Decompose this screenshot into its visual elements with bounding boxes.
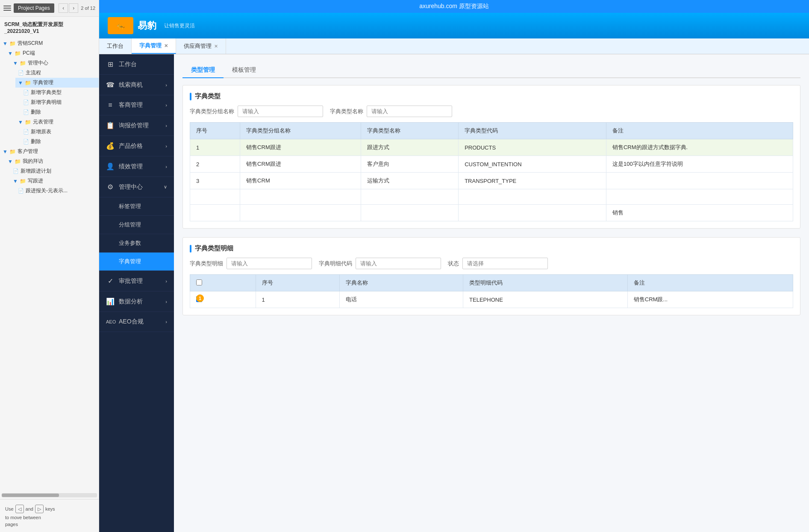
- cell-check[interactable]: 1: [190, 291, 256, 308]
- tab-supplier-manage[interactable]: 供应商管理 ✕: [176, 38, 226, 54]
- tab-type-manage[interactable]: 类型管理: [182, 63, 224, 78]
- cell-seq: 2: [190, 156, 240, 173]
- nav-aeo[interactable]: AEO AEO合规 ›: [99, 312, 174, 332]
- detail-code-input[interactable]: [356, 258, 441, 269]
- tab-supplier-close[interactable]: ✕: [214, 44, 218, 49]
- banner-text: axurehub.com 原型资源站: [419, 3, 489, 9]
- tree-node-label: PC端: [23, 50, 35, 57]
- tab-template-manage[interactable]: 模板管理: [224, 63, 265, 78]
- folder-blue-icon: 📁: [20, 178, 26, 184]
- nav-dict-manage-item[interactable]: 字典管理: [99, 253, 174, 271]
- logo-area: 🐆 易豹 让销售更灵活: [108, 17, 195, 34]
- tree-node-delete-1[interactable]: 📄 删除: [21, 107, 99, 117]
- page-icon: 📄: [23, 90, 29, 95]
- page-icon: 📄: [13, 168, 19, 174]
- tree-node-write-follow[interactable]: ▼ 📁 写跟进: [10, 176, 99, 186]
- brand-slogan: 让销售更灵活: [164, 22, 195, 29]
- nav-inquiry[interactable]: 📋 询报价管理 ›: [99, 115, 174, 136]
- tree-node-meta-manage[interactable]: ▼ 📁 元表管理: [15, 117, 99, 127]
- tree-node-delete-2[interactable]: 📄 删除: [21, 137, 99, 147]
- nav-customer[interactable]: ≡ 客商管理 ›: [99, 95, 174, 115]
- tree-node-follow-report[interactable]: 📄 跟进报关-元表示...: [15, 186, 99, 196]
- horizontal-scrollbar[interactable]: [2, 493, 97, 497]
- tree-node-admin-center[interactable]: ▼ 📁 管理中心: [10, 58, 99, 68]
- tab-bar: 工作台 字典管理 ✕ 供应商管理 ✕: [99, 38, 809, 54]
- tab-dict-manage[interactable]: 字典管理 ✕: [132, 38, 176, 54]
- inquiry-arrow-icon: ›: [165, 123, 167, 128]
- folder-icon: ▼: [13, 60, 18, 66]
- tree-node-new-dict-type[interactable]: 📄 新增字典类型: [21, 88, 99, 97]
- folder-blue-icon: 📁: [9, 149, 16, 155]
- menu-icon[interactable]: [3, 4, 11, 12]
- performance-icon: 👤: [106, 162, 115, 170]
- cell-name: [361, 189, 459, 205]
- tree-node-marketing-scrm[interactable]: ▼ 📁 营销SCRM: [0, 38, 99, 48]
- cell-group: 销售CRM跟进: [240, 156, 361, 173]
- group-name-label: 字典类型分组名称: [190, 108, 234, 115]
- folder-icon: ▼: [13, 178, 18, 184]
- inquiry-icon: 📋: [106, 121, 115, 129]
- tree-node-label: 跟进报关-元表示...: [26, 187, 68, 194]
- tree-node-new-plan[interactable]: 📄 新增跟进计划: [10, 166, 99, 176]
- nav-group-manage[interactable]: 分组管理: [99, 216, 174, 234]
- tab-workspace[interactable]: 工作台: [99, 38, 132, 54]
- nav-data-analysis[interactable]: 📊 数据分析 ›: [99, 291, 174, 312]
- table-row[interactable]: 1 销售CRM跟进 跟进方式 PRODUCTS 销售CRM的跟进方式数据字典.: [190, 139, 793, 156]
- page-icon: 📄: [23, 139, 29, 144]
- nav-tag-manage[interactable]: 标签管理: [99, 197, 174, 216]
- table-row[interactable]: 2 销售CRM跟进 客户意向 CUSTOM_INTENTION 这是100字以内…: [190, 156, 793, 173]
- tree-node-dict-manage[interactable]: ▼ 📁 字典管理: [15, 78, 99, 88]
- next-page-button[interactable]: ›: [69, 3, 78, 13]
- tree-node-new-dict-detail[interactable]: 📄 新增字典明细: [21, 97, 99, 107]
- customer-arrow-icon: ›: [165, 103, 167, 108]
- col-remark: 备注: [627, 275, 793, 291]
- tree-node-my-visit[interactable]: ▼ 📁 我的拜访: [5, 156, 99, 166]
- tab-dict-label: 字典管理: [139, 42, 162, 50]
- prev-page-button[interactable]: ‹: [59, 3, 68, 13]
- tab-dict-close[interactable]: ✕: [164, 43, 168, 49]
- tree-node-customer-manage[interactable]: ▼ 📁 客户管理: [0, 147, 99, 156]
- nav-admin-center[interactable]: ⚙ 管理中心 ∨: [99, 177, 174, 197]
- folder-blue-icon: 📁: [15, 159, 21, 165]
- cell-name: 运输方式: [361, 173, 459, 189]
- nav-workspace[interactable]: ⊞ 工作台: [99, 54, 174, 75]
- cell-seq: 1: [190, 139, 240, 156]
- project-pages-button[interactable]: Project Pages: [14, 3, 54, 13]
- type-name-search: 字典类型名称: [330, 106, 452, 117]
- aeo-icon: AEO: [106, 319, 115, 324]
- type-name-label: 字典类型名称: [330, 108, 363, 115]
- admin-icon: ⚙: [106, 183, 115, 191]
- page-content: 类型管理 模板管理 字典类型 字典类型分组名称: [174, 54, 809, 532]
- tree-node-label: 新增字典类型: [31, 89, 62, 96]
- top-banner: axurehub.com 原型资源站: [99, 0, 809, 13]
- table-row[interactable]: [190, 189, 793, 205]
- group-name-input[interactable]: [238, 106, 323, 117]
- folder-blue-icon: 📁: [20, 60, 26, 66]
- nav-data-label: 数据分析: [119, 298, 143, 306]
- nav-product-price[interactable]: 💰 产品价格 ›: [99, 136, 174, 156]
- nav-inquiry-left: 📋 询报价管理: [106, 121, 149, 129]
- type-name-input[interactable]: [367, 106, 452, 117]
- table-row[interactable]: 1 1 电话 TELEPHONE 销售CRM跟...: [190, 291, 793, 308]
- nav-approval-left: ✓ 审批管理: [106, 277, 143, 285]
- type-table: 序号 字典类型分组名称 字典类型名称 字典类型代码 备注 1 销售CRM跟进 跟…: [190, 122, 793, 221]
- nav-workspace-left: ⊞ 工作台: [106, 60, 137, 68]
- detail-code-search: 字典明细代码: [319, 258, 441, 269]
- detail-status-input[interactable]: [462, 258, 548, 269]
- nav-approval[interactable]: ✓ 审批管理 ›: [99, 271, 174, 291]
- tree-node-new-meta[interactable]: 📄 新增原表: [21, 127, 99, 137]
- detail-name-input[interactable]: [227, 258, 312, 269]
- table-row[interactable]: 3 销售CRM 运输方式 TRANSPORT_TYPE: [190, 173, 793, 189]
- table-row[interactable]: 销售: [190, 205, 793, 221]
- nav-leads[interactable]: ☎ 线索商机 ›: [99, 75, 174, 95]
- nav-biz-param[interactable]: 业务参数: [99, 234, 174, 253]
- cell-code: PRODUCTS: [459, 139, 606, 156]
- tree-node-pc[interactable]: ▼ 📁 PC端: [5, 48, 99, 58]
- tree-node-label: 删除: [31, 138, 41, 145]
- detail-table: 序号 字典名称 类型明细代码 备注 1: [190, 274, 793, 308]
- section-bar: [190, 245, 191, 253]
- nav-performance[interactable]: 👤 绩效管理 ›: [99, 156, 174, 177]
- select-all-checkbox[interactable]: [196, 279, 202, 285]
- hint-pages: pages: [5, 522, 94, 527]
- tree-node-main-flow[interactable]: 📄 主流程: [15, 68, 99, 78]
